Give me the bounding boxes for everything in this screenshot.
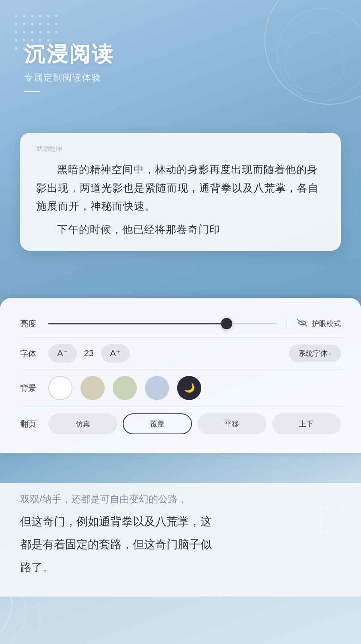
font-family-label: 系统字体 (299, 349, 328, 358)
content-paragraph-1: 黑暗的精神空间中，林动的身影再度出现而随着他的身影出现，两道光影也是紧随而现，通… (36, 161, 325, 216)
divider (287, 316, 287, 331)
settings-panel: 亮度 护眼模式 字体 A⁻ (0, 298, 361, 453)
font-size-value: 23 (83, 348, 95, 359)
page-controls: 仿真 覆盖 平移 上下 (48, 413, 341, 434)
book-title: 武动乾坤 (36, 145, 325, 153)
bg-blue-option[interactable] (145, 376, 169, 400)
page-btn-simulated[interactable]: 仿真 (48, 413, 117, 434)
bg-beige-option[interactable] (80, 376, 105, 400)
content-paragraph-2: 下午的时候，他已经将那卷奇门印 (36, 221, 325, 239)
brightness-row: 亮度 护眼模式 (20, 310, 341, 338)
bg-label: 背景 (20, 383, 48, 394)
eye-mode-label: 护眼模式 (312, 319, 341, 328)
slider-fill (48, 323, 227, 324)
page-subtitle: 专属定制阅读体验 (24, 72, 114, 84)
reading-card: 武动乾坤 黑暗的精神空间中，林动的身影再度出现而随着他的身影出现，两道光影也是紧… (20, 133, 341, 251)
font-increase-button[interactable]: A⁺ (101, 344, 130, 363)
font-label: 字体 (20, 348, 48, 359)
eye-mode-toggle[interactable]: 护眼模式 (297, 319, 341, 329)
background-row: 背景 🌙 (20, 369, 341, 407)
page-btn-cover[interactable]: 覆盖 (123, 413, 192, 434)
font-decrease-button[interactable]: A⁻ (48, 344, 77, 363)
font-controls: A⁻ 23 A⁺ 系统字体 › (48, 344, 341, 363)
page-title: 沉浸阅读 (24, 40, 114, 68)
chevron-right-icon: › (329, 350, 331, 357)
bottom-main-content: 但这奇门，例如通背拳以及八荒掌，这 都是有着固定的套路，但这奇门脑子似 路了。 (20, 512, 341, 577)
header-divider (24, 91, 40, 92)
page-label: 翻页 (20, 419, 48, 429)
bottom-partial-text: 双双/纳手，还都是可自由变幻的公路， (20, 491, 341, 508)
brightness-controls: 护眼模式 (48, 316, 341, 331)
font-family-button[interactable]: 系统字体 › (289, 345, 341, 362)
brightness-label: 亮度 (20, 318, 48, 329)
reading-content: 黑暗的精神空间中，林动的身影再度出现而随着他的身影出现，两道光影也是紧随而现，通… (36, 161, 325, 239)
bottom-p2: 都是有着固定的套路，但这奇门脑子似 (20, 535, 341, 554)
bottom-text-section: 双双/纳手，还都是可自由变幻的公路， 但这奇门，例如通背拳以及八荒掌，这 都是有… (0, 483, 361, 597)
bg-green-option[interactable] (113, 376, 137, 400)
page-btn-slide[interactable]: 平移 (198, 413, 266, 434)
bottom-p3: 路了。 (20, 557, 341, 577)
brightness-slider[interactable] (48, 323, 277, 324)
header-section: 沉浸阅读 专属定制阅读体验 (24, 40, 114, 92)
eye-icon (297, 319, 308, 329)
moon-icon: 🌙 (184, 383, 195, 393)
bg-controls: 🌙 (48, 376, 341, 400)
font-row: 字体 A⁻ 23 A⁺ 系统字体 › (20, 338, 341, 369)
bottom-p1: 但这奇门，例如通背拳以及八荒掌，这 (20, 512, 341, 531)
page-turn-row: 翻页 仿真 覆盖 平移 上下 (20, 407, 341, 441)
bg-dark-option[interactable]: 🌙 (177, 376, 201, 400)
slider-thumb[interactable] (221, 318, 232, 329)
page-btn-vertical[interactable]: 上下 (272, 413, 341, 434)
bg-white-option[interactable] (48, 376, 72, 400)
